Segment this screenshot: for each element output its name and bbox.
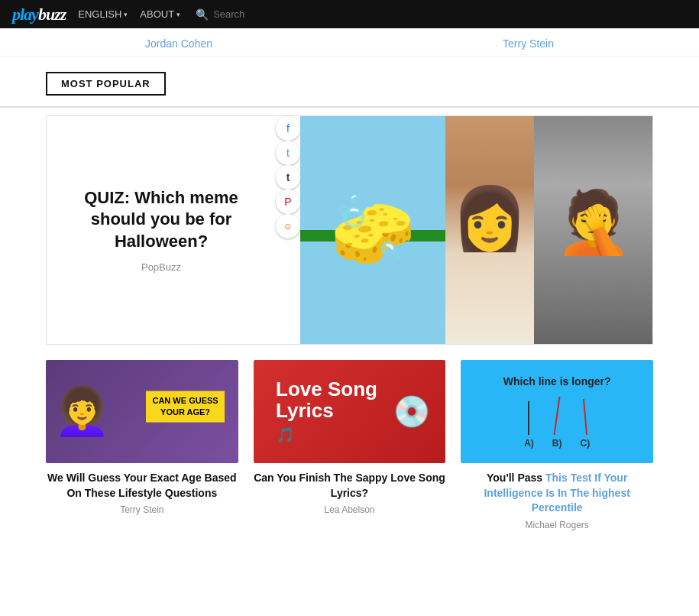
most-popular-label: MOST POPULAR xyxy=(46,72,166,96)
card-music-image: Love Song Lyrics 🎵 💿 xyxy=(254,360,446,463)
navbar: playbuzz ENGLISH ▾ ABOUT ▾ 🔍 xyxy=(0,0,699,28)
author-jordan[interactable]: Jordan Cohen xyxy=(145,37,212,50)
nav-english[interactable]: ENGLISH ▾ xyxy=(78,8,128,20)
card-love-song[interactable]: Love Song Lyrics 🎵 💿 Can You Finish The … xyxy=(254,360,446,538)
search-input[interactable] xyxy=(213,8,274,20)
twitter-share-icon[interactable]: t xyxy=(276,141,300,165)
featured-title: QUIZ: Which meme should you be for Hallo… xyxy=(62,187,261,253)
music-text: Love Song Lyrics 🎵 xyxy=(268,371,385,453)
card-music-title: Can You Finish The Sappy Love Song Lyric… xyxy=(254,471,446,501)
iq-question-text: Which line is longer? xyxy=(503,375,611,387)
featured-card: QUIZ: Which meme should you be for Hallo… xyxy=(46,115,653,345)
author-terry[interactable]: Terry Stein xyxy=(503,37,554,50)
english-caret-icon: ▾ xyxy=(124,11,128,18)
card-age-author: Terry Stein xyxy=(46,504,238,515)
card-age-guesser[interactable]: 👩‍🦱 CAN WE GUESS YOUR AGE? We Will Guess… xyxy=(46,360,238,538)
iq-line-a: A) xyxy=(524,401,534,449)
card-age-title: We Will Guess Your Exact Age Based On Th… xyxy=(46,471,238,501)
top-authors-row: Jordan Cohen Terry Stein xyxy=(0,28,699,57)
about-caret-icon: ▾ xyxy=(176,11,180,18)
card-iq-author: Michael Rogers xyxy=(461,520,653,530)
section-divider xyxy=(0,106,699,108)
card-iq-title: You'll Pass This Test If Your Intelligen… xyxy=(461,471,653,516)
iq-lines-group: A) B) C) xyxy=(524,397,590,449)
card-music-author: Lea Abelson xyxy=(254,504,446,515)
card-iq-test[interactable]: Which line is longer? A) B) C) You'll Pa… xyxy=(461,360,653,538)
site-logo[interactable]: playbuzz xyxy=(12,5,66,24)
featured-text-area: QUIZ: Which meme should you be for Hallo… xyxy=(47,116,276,344)
search-icon: 🔍 xyxy=(196,8,209,21)
social-icons-row: f t t P ☺ xyxy=(276,116,300,344)
age-badge: CAN WE GUESS YOUR AGE? xyxy=(146,391,224,422)
featured-image-woman: 👩 xyxy=(445,116,534,344)
card-age-image: 👩‍🦱 CAN WE GUESS YOUR AGE? xyxy=(46,360,238,463)
featured-author: PopBuzz xyxy=(141,261,181,273)
search-bar: 🔍 xyxy=(196,8,274,21)
featured-images: f t t P ☺ 🧽 👩 🤦 xyxy=(276,116,652,344)
facebook-share-icon[interactable]: f xyxy=(276,116,300,141)
card-iq-image: Which line is longer? A) B) C) xyxy=(461,360,653,463)
pinterest-share-icon[interactable]: P xyxy=(276,190,300,214)
card-grid: 👩‍🦱 CAN WE GUESS YOUR AGE? We Will Guess… xyxy=(46,360,653,538)
featured-image-spongebob: 🧽 xyxy=(300,116,445,344)
featured-image-man: 🤦 xyxy=(534,116,652,344)
iq-line-c: C) xyxy=(581,399,591,449)
iq-line-b: B) xyxy=(552,397,562,449)
nav-about[interactable]: ABOUT ▾ xyxy=(140,8,180,20)
tumblr-share-icon[interactable]: t xyxy=(276,165,300,190)
reddit-share-icon[interactable]: ☺ xyxy=(276,214,300,238)
section-header: MOST POPULAR xyxy=(46,72,699,96)
